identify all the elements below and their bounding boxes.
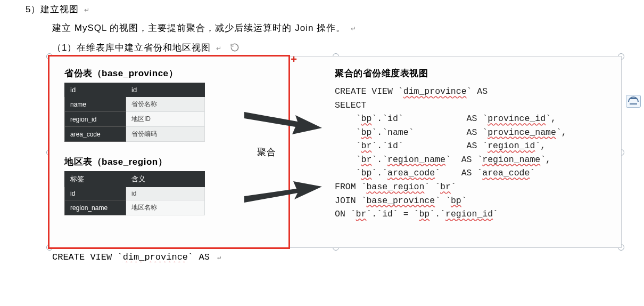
sub-heading: （1）在维表库中建立省份和地区视图 ↵ [52,42,623,54]
table-row: region_name地区名称 [65,200,205,215]
table-cell-value: 省份编码 [126,127,205,142]
diagram-container: + 省份表（base_province） id id name省份名称 regi… [49,56,622,248]
layout-options-button[interactable] [626,95,641,108]
mid-area: 聚合 [290,57,332,247]
table-row: area_code省份编码 [65,127,205,142]
table1-title-paren: （base_province） [93,68,178,78]
table-header-cell: 标签 [65,172,126,187]
diagram-selection[interactable]: + 省份表（base_province） id id name省份名称 regi… [49,56,622,248]
province-table: id id name省份名称 region_id地区ID area_code省份… [64,83,205,142]
right-title: 聚合的省份维度表视图 [335,67,614,79]
table2-title: 地区表（base_region） [64,156,278,168]
table-cell-label: area_code [65,127,126,142]
table-row: region_id地区ID [65,112,205,127]
table-row: idid [65,187,205,200]
return-mark-icon: ↵ [217,254,221,261]
table-header-cell: 含义 [126,172,205,187]
table-cell-value: 地区ID [126,112,205,127]
return-mark-icon: ↵ [216,45,222,52]
table-header-cell: id [126,83,205,97]
table2-title-prefix: 地区表 [64,157,93,167]
region-table: 标签 含义 idid region_name地区名称 [64,171,205,215]
table-cell-label: id [65,187,126,200]
refresh-icon [229,42,240,53]
intro-paragraph-text: 建立 MySQL 的视图，主要提前聚合，减少后续运算时的 Join 操作。 [52,23,345,33]
left-pane: + 省份表（base_province） id id name省份名称 regi… [48,55,290,249]
right-pane: 聚合的省份维度表视图 CREATE VIEW `dim_province` AS… [332,57,621,247]
section-heading-text: 5）建立视图 [26,4,79,14]
svg-marker-0 [244,112,322,134]
aggregate-label: 聚合 [257,146,276,158]
section-heading: 5）建立视图 ↵ [26,3,623,15]
code-line-after: CREATE VIEW `dim_province` AS ↵ [52,252,623,262]
table1-title: 省份表（base_province） [64,67,278,79]
table-header-cell: id [65,83,126,97]
sub-heading-text: （1）在维表库中建立省份和地区视图 [52,43,211,53]
table-cell-value: id [126,187,205,200]
table-row: name省份名称 [65,97,205,112]
table-cell-label: name [65,97,126,112]
arrow-icon [244,106,324,138]
return-mark-icon: ↵ [84,6,90,14]
table-cell-label: region_name [65,200,126,215]
table-header-row: id id [65,83,205,97]
table-cell-value: 省份名称 [126,97,205,112]
table2-title-paren: （base_region） [93,157,168,167]
table-cell-label: region_id [65,112,126,127]
return-mark-icon: ↵ [351,25,357,33]
svg-marker-1 [244,181,322,203]
intro-paragraph: 建立 MySQL 的视图，主要提前聚合，减少后续运算时的 Join 操作。 ↵ [52,22,623,34]
table-header-row: 标签 含义 [65,172,205,187]
sql-code: CREATE VIEW `dim_province` AS SELECT `bp… [335,85,614,221]
table-cell-value: 地区名称 [126,200,205,215]
table1-title-prefix: 省份表 [64,68,93,78]
arrow-icon [244,179,324,211]
